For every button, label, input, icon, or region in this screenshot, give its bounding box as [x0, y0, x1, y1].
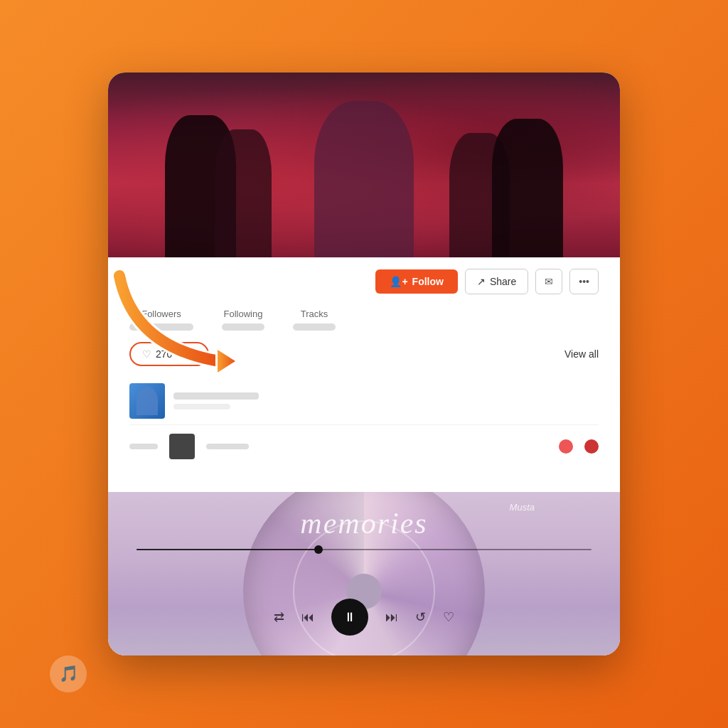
message-icon: ✉ [545, 276, 553, 287]
small-thumbnail [169, 434, 195, 459]
pause-icon: ⏸ [343, 610, 356, 625]
track-title-overlay: memories [108, 506, 620, 540]
progress-track[interactable] [136, 549, 592, 550]
main-card: 👤+ Follow ↗ Share ✉ ••• Followers [108, 73, 620, 655]
repeat-icon: ↺ [415, 610, 426, 624]
pause-button[interactable]: ⏸ [331, 599, 368, 636]
logo-circle: 🎵 [50, 655, 87, 692]
likes-count: 270 [156, 348, 172, 360]
profile-section: 👤+ Follow ↗ Share ✉ ••• Followers [108, 257, 620, 472]
artist-name: Musta [510, 502, 535, 513]
logo-area: 🎵 [50, 655, 87, 692]
bottom-row [129, 428, 599, 465]
stat-followers[interactable]: Followers [129, 309, 193, 331]
share-button[interactable]: ↗ Share [465, 269, 528, 294]
share-icon: ↗ [477, 276, 486, 287]
figure-right1 [492, 119, 563, 257]
likes-unit: likes [176, 348, 196, 360]
share-label: Share [490, 276, 516, 287]
following-label: Following [224, 309, 263, 319]
track-item[interactable] [129, 378, 599, 425]
more-icon: ••• [579, 276, 589, 287]
like-button[interactable]: ♡ [443, 609, 454, 625]
shuffle-icon: ⇄ [274, 610, 284, 624]
stats-row: Followers Following Tracks [129, 309, 599, 331]
progress-fill [136, 549, 318, 550]
heart-icon: ♡ [142, 348, 151, 360]
hero-image [108, 73, 620, 257]
music-player: memories Musta ⇄ ⏮ ⏸ [108, 492, 620, 655]
likes-badge[interactable]: ♡ 270 likes [129, 342, 209, 366]
track-sub-bar [173, 404, 230, 410]
progress-area [136, 549, 592, 550]
following-bar [222, 323, 264, 331]
progress-dot [314, 545, 323, 554]
red-dot-1 [559, 439, 573, 454]
tracks-bar [293, 323, 336, 331]
follow-person-icon: 👤+ [390, 276, 407, 287]
stat-following[interactable]: Following [222, 309, 264, 331]
prev-button[interactable]: ⏮ [301, 610, 314, 625]
figure-left2 [215, 129, 272, 257]
small-bar-1 [129, 444, 158, 449]
red-dot-2 [584, 439, 599, 454]
logo-icon: 🎵 [59, 665, 78, 683]
follow-label: Follow [412, 276, 444, 287]
repeat-button[interactable]: ↺ [415, 609, 426, 625]
more-button[interactable]: ••• [569, 269, 599, 294]
likes-row: ♡ 270 likes View all [129, 342, 599, 366]
message-button[interactable]: ✉ [535, 269, 562, 294]
track-info [173, 392, 599, 410]
prev-icon: ⏮ [301, 610, 314, 624]
action-buttons: 👤+ Follow ↗ Share ✉ ••• [129, 269, 599, 294]
track-name-bar [173, 392, 259, 400]
next-button[interactable]: ⏭ [385, 610, 398, 625]
avatar-figure [136, 387, 158, 415]
shuffle-button[interactable]: ⇄ [274, 609, 284, 625]
next-icon: ⏭ [385, 610, 398, 624]
like-heart-icon: ♡ [443, 610, 454, 624]
track-avatar [129, 383, 165, 419]
follow-button[interactable]: 👤+ Follow [375, 269, 458, 294]
player-controls: ⇄ ⏮ ⏸ ⏭ ↺ ♡ [108, 599, 620, 636]
small-bar-2 [206, 444, 249, 449]
followers-bar [129, 323, 193, 331]
tracks-label: Tracks [301, 309, 328, 319]
figure-center [314, 101, 414, 257]
view-all-link[interactable]: View all [564, 348, 599, 360]
stat-tracks[interactable]: Tracks [293, 309, 336, 331]
outer-background: 👤+ Follow ↗ Share ✉ ••• Followers [0, 0, 728, 728]
track-title-text: memories [300, 507, 427, 540]
followers-label: Followers [141, 309, 181, 319]
